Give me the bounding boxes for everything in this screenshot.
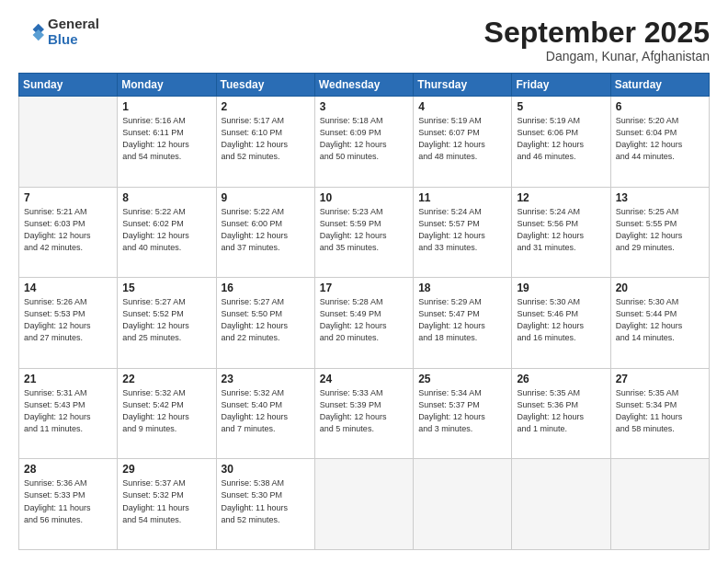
day-number: 7 <box>24 191 112 204</box>
day-number: 28 <box>24 463 112 476</box>
day-info: Sunrise: 5:32 AM Sunset: 5:40 PM Dayligh… <box>222 387 310 435</box>
table-row: 7Sunrise: 5:21 AM Sunset: 6:03 PM Daylig… <box>19 187 118 278</box>
day-number: 13 <box>616 191 704 204</box>
header: General Blue September 2025 Dangam, Kuna… <box>18 17 710 63</box>
day-number: 17 <box>320 282 408 294</box>
day-info: Sunrise: 5:26 AM Sunset: 5:53 PM Dayligh… <box>24 296 112 344</box>
day-number: 27 <box>616 373 704 385</box>
table-row: 15Sunrise: 5:27 AM Sunset: 5:52 PM Dayli… <box>118 278 216 369</box>
logo-icon <box>18 19 44 45</box>
table-row: 27Sunrise: 5:35 AM Sunset: 5:34 PM Dayli… <box>610 368 709 459</box>
logo-text: General Blue <box>48 17 99 47</box>
day-number: 5 <box>517 100 605 113</box>
day-number: 2 <box>222 100 310 113</box>
table-row: 8Sunrise: 5:22 AM Sunset: 6:02 PM Daylig… <box>118 187 216 278</box>
table-row: 17Sunrise: 5:28 AM Sunset: 5:49 PM Dayli… <box>314 278 413 369</box>
location: Dangam, Kunar, Afghanistan <box>484 49 710 63</box>
day-number: 20 <box>616 282 704 294</box>
day-info: Sunrise: 5:22 AM Sunset: 6:00 PM Dayligh… <box>222 206 310 254</box>
day-info: Sunrise: 5:36 AM Sunset: 5:33 PM Dayligh… <box>24 477 112 525</box>
day-number: 29 <box>122 463 210 476</box>
day-number: 16 <box>222 282 310 294</box>
svg-marker-1 <box>33 29 44 40</box>
table-row: 9Sunrise: 5:22 AM Sunset: 6:00 PM Daylig… <box>216 187 314 278</box>
day-number: 19 <box>517 282 605 294</box>
day-info: Sunrise: 5:31 AM Sunset: 5:43 PM Dayligh… <box>24 387 112 435</box>
day-info: Sunrise: 5:20 AM Sunset: 6:04 PM Dayligh… <box>616 115 704 163</box>
day-info: Sunrise: 5:35 AM Sunset: 5:34 PM Dayligh… <box>616 387 704 435</box>
table-row: 3Sunrise: 5:18 AM Sunset: 6:09 PM Daylig… <box>314 97 413 188</box>
day-info: Sunrise: 5:24 AM Sunset: 5:56 PM Dayligh… <box>517 206 605 254</box>
table-row <box>610 459 709 550</box>
table-row <box>512 459 610 550</box>
logo-general: General <box>48 17 99 32</box>
day-number: 6 <box>616 100 704 113</box>
table-row: 30Sunrise: 5:38 AM Sunset: 5:30 PM Dayli… <box>216 459 314 550</box>
day-info: Sunrise: 5:17 AM Sunset: 6:10 PM Dayligh… <box>222 115 310 163</box>
day-info: Sunrise: 5:35 AM Sunset: 5:36 PM Dayligh… <box>517 387 605 435</box>
table-row: 1Sunrise: 5:16 AM Sunset: 6:11 PM Daylig… <box>118 97 216 188</box>
day-info: Sunrise: 5:33 AM Sunset: 5:39 PM Dayligh… <box>320 387 408 435</box>
table-row: 11Sunrise: 5:24 AM Sunset: 5:57 PM Dayli… <box>414 187 512 278</box>
day-number: 18 <box>418 282 506 294</box>
day-number: 25 <box>418 373 506 385</box>
day-number: 15 <box>122 282 210 294</box>
header-row: Sunday Monday Tuesday Wednesday Thursday… <box>19 74 710 97</box>
day-info: Sunrise: 5:24 AM Sunset: 5:57 PM Dayligh… <box>418 206 506 254</box>
logo-blue: Blue <box>48 32 99 48</box>
day-number: 22 <box>122 373 210 385</box>
table-row: 29Sunrise: 5:37 AM Sunset: 5:32 PM Dayli… <box>118 459 216 550</box>
table-row: 12Sunrise: 5:24 AM Sunset: 5:56 PM Dayli… <box>512 187 610 278</box>
day-number: 1 <box>122 100 210 113</box>
table-row: 10Sunrise: 5:23 AM Sunset: 5:59 PM Dayli… <box>314 187 413 278</box>
header-tuesday: Tuesday <box>216 74 314 97</box>
header-sunday: Sunday <box>19 74 118 97</box>
table-row: 23Sunrise: 5:32 AM Sunset: 5:40 PM Dayli… <box>216 368 314 459</box>
week-row-1: 7Sunrise: 5:21 AM Sunset: 6:03 PM Daylig… <box>19 187 710 278</box>
month-title: September 2025 <box>484 17 710 49</box>
day-info: Sunrise: 5:16 AM Sunset: 6:11 PM Dayligh… <box>122 115 210 163</box>
table-row: 28Sunrise: 5:36 AM Sunset: 5:33 PM Dayli… <box>19 459 118 550</box>
table-row: 2Sunrise: 5:17 AM Sunset: 6:10 PM Daylig… <box>216 97 314 188</box>
calendar-page: General Blue September 2025 Dangam, Kuna… <box>0 0 728 563</box>
day-info: Sunrise: 5:34 AM Sunset: 5:37 PM Dayligh… <box>418 387 506 435</box>
table-row: 18Sunrise: 5:29 AM Sunset: 5:47 PM Dayli… <box>414 278 512 369</box>
week-row-2: 14Sunrise: 5:26 AM Sunset: 5:53 PM Dayli… <box>19 278 710 369</box>
table-row: 5Sunrise: 5:19 AM Sunset: 6:06 PM Daylig… <box>512 97 610 188</box>
day-info: Sunrise: 5:30 AM Sunset: 5:44 PM Dayligh… <box>616 296 704 344</box>
table-row: 24Sunrise: 5:33 AM Sunset: 5:39 PM Dayli… <box>314 368 413 459</box>
table-row <box>19 97 118 188</box>
day-info: Sunrise: 5:22 AM Sunset: 6:02 PM Dayligh… <box>122 206 210 254</box>
day-number: 14 <box>24 282 112 294</box>
day-number: 11 <box>418 191 506 204</box>
day-info: Sunrise: 5:28 AM Sunset: 5:49 PM Dayligh… <box>320 296 408 344</box>
table-row <box>414 459 512 550</box>
day-info: Sunrise: 5:29 AM Sunset: 5:47 PM Dayligh… <box>418 296 506 344</box>
title-block: September 2025 Dangam, Kunar, Afghanista… <box>484 17 710 63</box>
table-row: 20Sunrise: 5:30 AM Sunset: 5:44 PM Dayli… <box>610 278 709 369</box>
day-number: 3 <box>320 100 408 113</box>
day-number: 30 <box>222 463 310 476</box>
day-info: Sunrise: 5:19 AM Sunset: 6:06 PM Dayligh… <box>517 115 605 163</box>
day-number: 4 <box>418 100 506 113</box>
header-saturday: Saturday <box>610 74 709 97</box>
table-row: 14Sunrise: 5:26 AM Sunset: 5:53 PM Dayli… <box>19 278 118 369</box>
day-info: Sunrise: 5:27 AM Sunset: 5:50 PM Dayligh… <box>222 296 310 344</box>
day-number: 23 <box>222 373 310 385</box>
header-friday: Friday <box>512 74 610 97</box>
day-number: 26 <box>517 373 605 385</box>
table-row: 4Sunrise: 5:19 AM Sunset: 6:07 PM Daylig… <box>414 97 512 188</box>
day-number: 24 <box>320 373 408 385</box>
week-row-0: 1Sunrise: 5:16 AM Sunset: 6:11 PM Daylig… <box>19 97 710 188</box>
week-row-4: 28Sunrise: 5:36 AM Sunset: 5:33 PM Dayli… <box>19 459 710 550</box>
calendar-table: Sunday Monday Tuesday Wednesday Thursday… <box>18 73 710 550</box>
day-info: Sunrise: 5:25 AM Sunset: 5:55 PM Dayligh… <box>616 206 704 254</box>
day-info: Sunrise: 5:38 AM Sunset: 5:30 PM Dayligh… <box>222 477 310 525</box>
table-row: 26Sunrise: 5:35 AM Sunset: 5:36 PM Dayli… <box>512 368 610 459</box>
table-row: 6Sunrise: 5:20 AM Sunset: 6:04 PM Daylig… <box>610 97 709 188</box>
day-number: 9 <box>222 191 310 204</box>
day-info: Sunrise: 5:23 AM Sunset: 5:59 PM Dayligh… <box>320 206 408 254</box>
table-row: 25Sunrise: 5:34 AM Sunset: 5:37 PM Dayli… <box>414 368 512 459</box>
day-number: 8 <box>122 191 210 204</box>
day-number: 21 <box>24 373 112 385</box>
